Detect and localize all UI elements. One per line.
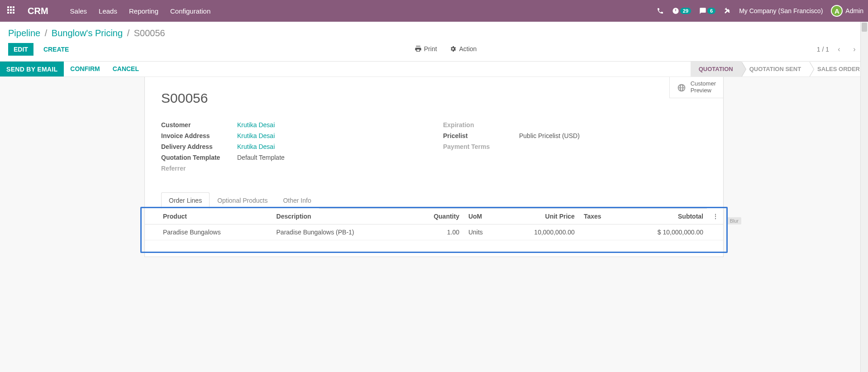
company-name: My Company (San Francisco) xyxy=(739,7,823,14)
top-navbar: CRM Sales Leads Reporting Configuration … xyxy=(0,0,868,22)
quotation-template-value: Default Template xyxy=(237,154,425,161)
status-quotation-sent[interactable]: QUOTATION SENT xyxy=(741,62,809,76)
print-label: Print xyxy=(424,45,437,52)
breadcrumb: Pipeline / Bunglow's Pricing / S00056 xyxy=(0,22,868,43)
activities-icon[interactable]: 29 xyxy=(672,7,691,14)
col-quantity[interactable]: Quantity xyxy=(409,209,464,224)
control-panel: Pipeline / Bunglow's Pricing / S00056 ED… xyxy=(0,22,868,62)
create-button[interactable]: CREATE xyxy=(38,43,75,56)
tabs: Order Lines Optional Products Other Info xyxy=(161,192,707,209)
pager-text: 1 / 1 xyxy=(817,46,829,53)
globe-icon xyxy=(677,82,686,92)
edit-button[interactable]: EDIT xyxy=(8,43,33,56)
menu-configuration[interactable]: Configuration xyxy=(170,7,210,15)
cell-taxes xyxy=(579,224,621,240)
pricelist-label: Pricelist xyxy=(443,132,519,139)
scrollbar[interactable] xyxy=(860,22,868,275)
col-options-icon[interactable]: ⋮ xyxy=(708,209,723,224)
menu-reporting[interactable]: Reporting xyxy=(129,7,158,15)
status-quotation[interactable]: QUOTATION xyxy=(691,62,741,76)
statbox-line1: Customer xyxy=(691,81,716,87)
customer-preview-button[interactable]: Customer Preview xyxy=(670,77,723,98)
table-header-row: Product Description Quantity UoM Unit Pr… xyxy=(145,209,723,224)
delivery-address-value[interactable]: Krutika Desai xyxy=(237,143,275,150)
brand-title[interactable]: CRM xyxy=(28,6,48,16)
tab-order-lines[interactable]: Order Lines xyxy=(161,192,210,209)
status-steps: QUOTATION QUOTATION SENT SALES ORDER xyxy=(691,62,868,76)
col-product[interactable]: Product xyxy=(145,209,272,224)
cell-unit-price: 10,000,000.00 xyxy=(501,224,579,240)
action-button[interactable]: Action xyxy=(449,45,477,52)
quotation-template-label: Quotation Template xyxy=(161,154,237,161)
fields-left: Customer Krutika Desai Invoice Address K… xyxy=(161,119,425,174)
breadcrumb-current: S00056 xyxy=(134,28,165,38)
activities-badge: 29 xyxy=(680,8,691,14)
tab-optional-products[interactable]: Optional Products xyxy=(210,192,275,209)
pricelist-value: Public Pricelist (USD) xyxy=(519,132,707,139)
user-avatar: A xyxy=(831,5,843,17)
user-menu[interactable]: A Admin xyxy=(831,5,863,17)
col-description[interactable]: Description xyxy=(272,209,409,224)
settings-icon[interactable] xyxy=(724,7,731,14)
invoice-address-label: Invoice Address xyxy=(161,132,237,139)
customer-value[interactable]: Krutika Desai xyxy=(237,121,275,129)
expiration-label: Expiration xyxy=(443,121,519,129)
messages-icon[interactable]: 6 xyxy=(699,7,715,14)
cancel-button[interactable]: CANCEL xyxy=(106,62,145,76)
messages-badge: 6 xyxy=(707,8,715,14)
tab-other-info[interactable]: Other Info xyxy=(275,192,319,209)
user-name: Admin xyxy=(845,7,863,14)
status-bar: SEND BY EMAIL CONFIRM CANCEL QUOTATION Q… xyxy=(0,62,868,77)
col-unit-price[interactable]: Unit Price xyxy=(501,209,579,224)
send-by-email-button[interactable]: SEND BY EMAIL xyxy=(0,62,64,76)
record-title: S00056 xyxy=(161,91,707,106)
col-taxes[interactable]: Taxes xyxy=(579,209,621,224)
menu-sales[interactable]: Sales xyxy=(70,7,87,15)
phone-icon[interactable] xyxy=(657,7,664,14)
pager-prev[interactable]: ‹ xyxy=(834,44,844,55)
blur-tag: Blur xyxy=(727,217,741,224)
customer-label: Customer xyxy=(161,121,237,129)
table-row[interactable]: Paradise Bungalows Paradise Bungalows (P… xyxy=(145,224,723,240)
main-menu: Sales Leads Reporting Configuration xyxy=(70,7,211,15)
form-sheet: Customer Preview Blur S00056 Customer Kr… xyxy=(144,77,724,257)
print-icon xyxy=(415,45,422,52)
cell-description: Paradise Bungalows (PB-1) xyxy=(272,224,409,240)
fields-right: Expiration Pricelist Public Pricelist (U… xyxy=(443,119,707,174)
invoice-address-value[interactable]: Krutika Desai xyxy=(237,132,275,139)
col-uom[interactable]: UoM xyxy=(464,209,501,224)
scrollbar-thumb[interactable] xyxy=(862,23,867,32)
apps-icon[interactable] xyxy=(7,6,16,15)
statbox-line2: Preview xyxy=(691,87,716,94)
cell-subtotal: $ 10,000,000.00 xyxy=(621,224,708,240)
company-switcher[interactable]: My Company (San Francisco) xyxy=(739,7,823,14)
payment-terms-label: Payment Terms xyxy=(443,143,519,150)
cell-quantity: 1.00 xyxy=(409,224,464,240)
action-label: Action xyxy=(459,45,477,52)
order-lines-table: Product Description Quantity UoM Unit Pr… xyxy=(145,209,723,252)
gear-icon xyxy=(449,45,457,52)
cell-product: Paradise Bungalows xyxy=(145,224,272,240)
breadcrumb-pipeline[interactable]: Pipeline xyxy=(8,28,40,38)
confirm-button[interactable]: CONFIRM xyxy=(64,62,106,76)
col-subtotal[interactable]: Subtotal xyxy=(621,209,708,224)
cell-uom: Units xyxy=(464,224,501,240)
breadcrumb-quotation-name[interactable]: Bunglow's Pricing xyxy=(52,28,123,38)
menu-leads[interactable]: Leads xyxy=(99,7,117,15)
delivery-address-label: Delivery Address xyxy=(161,143,237,150)
print-button[interactable]: Print xyxy=(415,45,437,52)
pager-next[interactable]: › xyxy=(849,44,860,55)
referrer-label: Referrer xyxy=(161,165,237,172)
status-sales-order[interactable]: SALES ORDER xyxy=(809,62,868,76)
